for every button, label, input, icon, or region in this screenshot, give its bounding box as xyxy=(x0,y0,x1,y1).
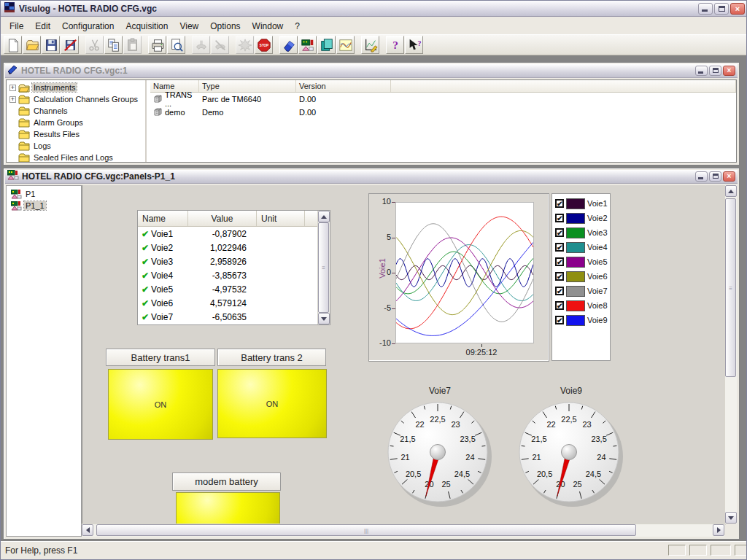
channel-row-voie7[interactable]: ✔Voie7-6,50635 xyxy=(138,310,330,324)
y-tick-label: 0 xyxy=(372,268,391,276)
gauge-hub xyxy=(430,445,446,460)
tree-item-logs[interactable]: Logs xyxy=(7,140,145,152)
channel-row-voie2[interactable]: ✔Voie21,022946 xyxy=(138,241,330,254)
scroll-left-button[interactable] xyxy=(82,524,93,536)
menu-item-file[interactable]: File xyxy=(4,19,29,34)
legend-checkbox[interactable]: ✔ xyxy=(555,272,564,281)
legend-checkbox[interactable]: ✔ xyxy=(555,301,564,310)
vertical-scroll-thumb[interactable]: ≡ xyxy=(725,198,736,377)
channel-row-voie1[interactable]: ✔Voie1-0,87902 xyxy=(138,227,330,241)
child1-minimize-button[interactable] xyxy=(695,66,708,76)
legend-checkbox[interactable]: ✔ xyxy=(555,243,564,252)
menu-item-edit[interactable]: Edit xyxy=(29,19,56,34)
context-help-button[interactable]: ? xyxy=(405,36,423,54)
legend-item-voie1: ✔Voie1 xyxy=(555,197,608,210)
minimize-button[interactable] xyxy=(698,3,713,15)
menu-item-acquisition[interactable]: Acquisition xyxy=(120,19,174,34)
menu-item-view[interactable]: View xyxy=(174,19,204,34)
legend-checkbox[interactable]: ✔ xyxy=(555,287,564,295)
eraser-button[interactable] xyxy=(279,36,298,54)
table-scroll-up[interactable] xyxy=(318,211,330,222)
horizontal-scroll-thumb[interactable]: ||| xyxy=(96,524,636,536)
save-close-button[interactable] xyxy=(61,36,79,54)
config-window-titlebar: HOTEL RADIO CFG.vgc:1 × xyxy=(5,64,738,78)
instrument-name: TRANS ... xyxy=(165,90,196,108)
panel-horizontal-scrollbar[interactable]: ||| xyxy=(82,524,724,537)
channel-col-name[interactable]: Name xyxy=(138,211,188,226)
eraser-icon xyxy=(282,38,296,52)
open-button[interactable] xyxy=(23,36,41,54)
tree-item-sealed-files-and-logs[interactable]: Sealed Files and Logs xyxy=(7,152,145,162)
column-header-version[interactable]: Version xyxy=(296,80,391,92)
tree-item-alarm-groups[interactable]: Alarm Groups xyxy=(7,117,145,128)
legend-checkbox[interactable]: ✔ xyxy=(555,199,564,208)
channel-name: Voie3 xyxy=(151,257,173,267)
menu-item-options[interactable]: Options xyxy=(204,19,246,34)
instrument-row-1[interactable]: demoDemoD.00 xyxy=(150,106,736,119)
instrument-row-0[interactable]: TRANS ...Parc de TM6640D.00 xyxy=(150,93,736,106)
child2-maximize-button[interactable] xyxy=(709,171,721,182)
tree-item-label: Sealed Files and Logs xyxy=(32,153,115,162)
legend-swatch xyxy=(566,315,585,326)
channel-col-value[interactable]: Value xyxy=(188,211,257,226)
panel-vertical-scrollbar[interactable]: ≡ xyxy=(724,185,737,524)
child1-maximize-button[interactable] xyxy=(709,66,721,76)
gauge-hub xyxy=(562,445,577,460)
channel-row-voie6[interactable]: ✔Voie64,579124 xyxy=(138,296,330,310)
scroll-up-button[interactable] xyxy=(725,185,737,197)
panel-tree-item-p1[interactable]: P1 xyxy=(7,188,81,200)
panel-button[interactable] xyxy=(298,36,317,54)
close-button[interactable]: × xyxy=(730,3,745,15)
legend-checkbox[interactable]: ✔ xyxy=(555,228,564,237)
table-scroll-thumb[interactable]: ≡ xyxy=(318,222,329,313)
gauge-scale-label: 21 xyxy=(400,453,409,462)
save-button[interactable] xyxy=(42,36,60,54)
child2-minimize-button[interactable] xyxy=(695,171,708,182)
channel-row-voie4[interactable]: ✔Voie4-3,85673 xyxy=(138,268,330,282)
instrument-icon xyxy=(153,107,163,117)
menu-item-configuration[interactable]: Configuration xyxy=(56,19,120,34)
ok-check-icon: ✔ xyxy=(142,243,149,253)
table-scroll-down[interactable] xyxy=(318,313,330,324)
legend-swatch xyxy=(566,271,585,282)
legend-checkbox[interactable]: ✔ xyxy=(555,214,564,222)
chart-edit-button[interactable] xyxy=(361,36,379,54)
help-button[interactable]: ? xyxy=(386,36,404,54)
scroll-down-button[interactable] xyxy=(725,512,737,524)
panel-tree-item-p1_1[interactable]: P1_1 xyxy=(7,200,81,211)
channel-col-unit[interactable]: Unit xyxy=(257,211,305,226)
legend-checkbox[interactable]: ✔ xyxy=(555,257,564,266)
child2-close-button[interactable]: × xyxy=(723,171,735,182)
column-header-type[interactable]: Type xyxy=(199,80,296,92)
legend-label: Voie8 xyxy=(587,301,608,310)
tree-item-channels[interactable]: Channels xyxy=(7,105,145,117)
restore-button[interactable] xyxy=(714,3,729,15)
scroll-right-button[interactable] xyxy=(713,524,724,536)
channel-row-voie3[interactable]: ✔Voie32,958926 xyxy=(138,254,330,268)
tree-item-instruments[interactable]: +Instruments xyxy=(7,82,145,93)
sheets-button[interactable] xyxy=(317,36,336,54)
legend-checkbox[interactable]: ✔ xyxy=(555,316,564,324)
stop-button[interactable]: STOP xyxy=(255,36,273,54)
tree-expander-icon[interactable]: + xyxy=(9,85,16,91)
status-pane-4 xyxy=(735,545,747,556)
print-preview-button[interactable] xyxy=(167,36,185,54)
panel-canvas: NameValueUnit✔Voie1-0,87902✔Voie21,02294… xyxy=(82,185,726,525)
menu-item-[interactable]: ? xyxy=(289,19,306,34)
tree-item-calculation-channels-groups[interactable]: +Calculation Channels Groups xyxy=(7,93,145,105)
channel-name: Voie7 xyxy=(151,312,173,322)
tree-item-label: Channels xyxy=(32,106,69,115)
channel-row-voie5[interactable]: ✔Voie5-4,97532 xyxy=(138,282,330,296)
battery-trans2-header: Battery trans 2 xyxy=(217,349,326,366)
curves-button[interactable] xyxy=(336,36,355,54)
battery-trans1-indicator: ON xyxy=(108,369,213,440)
tree-item-results-files[interactable]: Results Files xyxy=(7,128,145,140)
channel-value: 2,958926 xyxy=(188,257,257,267)
child1-close-button[interactable]: × xyxy=(723,66,735,76)
new-button[interactable] xyxy=(4,36,22,54)
print-button[interactable] xyxy=(148,36,166,54)
copy-button[interactable] xyxy=(104,36,123,54)
menu-item-window[interactable]: Window xyxy=(247,19,290,34)
channel-table-scrollbar[interactable]: ≡ xyxy=(317,211,330,324)
tree-expander-icon[interactable]: + xyxy=(9,96,16,103)
